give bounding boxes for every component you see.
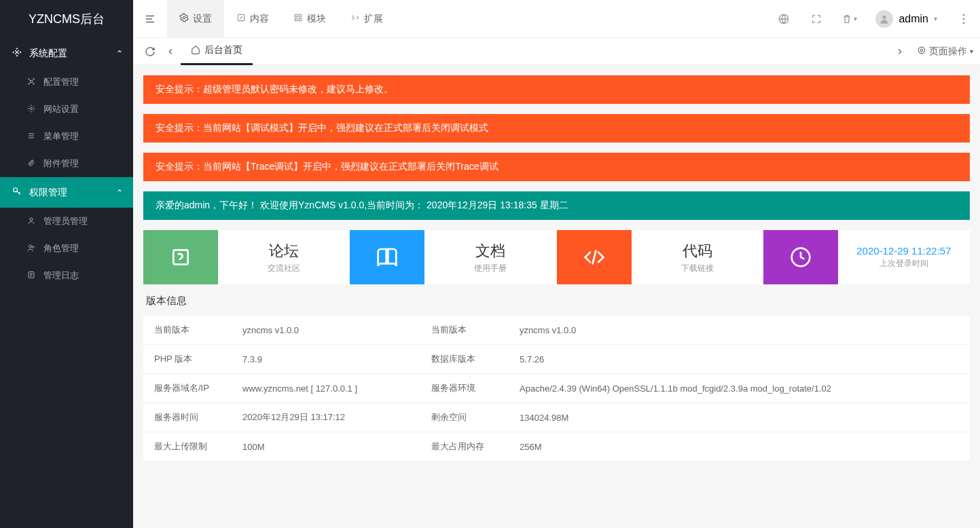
key-icon [10,187,24,198]
info-label: 服务器环境 [420,374,509,403]
header-tab-settings[interactable]: 设置 [167,0,224,38]
sidebar-item-attachment[interactable]: 附件管理 [0,150,133,177]
info-value: 100M [232,432,420,461]
info-label: 服务器时间 [143,403,232,432]
tiles-row: 论坛 交流社区 文档 使用手册 代码 下载链接 [143,230,970,284]
svg-point-22 [918,47,924,53]
sidebar-item-log[interactable]: 管理日志 [0,262,133,289]
table-row: 服务器时间 2020年12月29日 13:17:12 剩余空间 134024.9… [143,403,970,432]
sidebar-item-site[interactable]: 网站设置 [0,96,133,123]
info-label: 当前版本 [143,316,232,345]
info-label: PHP 版本 [143,345,232,374]
info-value: 5.7.26 [509,345,970,374]
sidebar-toggle[interactable] [133,0,167,38]
info-value: yzncms v1.0.0 [232,316,420,345]
caret-down-icon: ▾ [970,48,973,55]
gear-icon [179,13,189,24]
svg-point-0 [29,78,30,79]
paperclip-icon [27,159,38,169]
gear-icon [27,105,38,115]
tab-label: 模块 [307,13,326,25]
fullscreen-button[interactable] [800,0,833,38]
sidebar-item-role[interactable]: 角色管理 [0,235,133,262]
svg-point-4 [33,83,35,84]
info-label: 当前版本 [420,316,509,345]
username: admin [899,13,928,25]
info-label: 最大上传限制 [143,432,232,461]
caret-down-icon: ▾ [854,15,857,22]
tab-home[interactable]: 后台首页 [181,38,253,65]
header-tab-module[interactable]: 模块 [281,0,338,38]
sidebar: YZNCMS后台 系统配置 ⌃ 配置管理 网站设置 菜单管理 [0,0,133,528]
header-tab-content[interactable]: 内容 [224,0,281,38]
svg-rect-14 [299,14,302,17]
info-value: Apache/2.4.39 (Win64) OpenSSL/1.1.1b mod… [509,374,970,403]
header-tab-extend[interactable]: 扩展 [338,0,395,38]
tile-sub: 交流社区 [268,263,300,274]
brand-logo: YZNCMS后台 [0,0,133,38]
svg-point-20 [963,18,965,20]
content: 安全提示：超级管理员默认密码未修改，建议马上修改。 安全提示：当前网站【调试模式… [133,65,980,528]
svg-point-5 [31,107,33,109]
info-value: 7.3.9 [232,345,420,374]
info-value: 134024.98M [509,403,970,432]
nav-item-label: 管理员管理 [43,215,88,227]
nav-item-label: 管理日志 [43,269,79,282]
table-row: 最大上传限制 100M 最大占用内存 256M [143,432,970,461]
info-value: yzncms v1.0.0 [509,316,970,345]
version-info-table: 当前版本 yzncms v1.0.0 当前版本 yzncms v1.0.0 PH… [143,316,970,461]
svg-rect-2 [31,80,33,82]
extend-icon [350,13,360,24]
page-ops-label: 页面操作 [929,45,967,58]
code-icon [557,230,632,284]
svg-point-21 [963,22,965,24]
svg-point-9 [32,246,34,248]
tab-label: 内容 [250,13,269,25]
grid-icon [27,77,38,88]
users-icon [27,244,38,254]
sidebar-item-config[interactable]: 配置管理 [0,69,133,96]
sidebar-item-menu[interactable]: 菜单管理 [0,123,133,150]
info-label: 数据库版本 [420,345,509,374]
back-button[interactable] [160,38,181,65]
tile-login: 2020-12-29 11:22:57 上次登录时间 [763,230,970,284]
refresh-button[interactable] [140,38,160,65]
header: 设置 内容 模块 扩展 ▾ admin ▾ [133,0,980,38]
more-button[interactable] [947,0,980,38]
globe-button[interactable] [767,0,800,38]
nav-item-label: 网站设置 [43,103,79,115]
sidebar-group-system[interactable]: 系统配置 ⌃ [0,38,133,69]
table-row: PHP 版本 7.3.9 数据库版本 5.7.26 [143,345,970,374]
user-icon [27,216,38,227]
version-section-title: 版本信息 [143,295,970,307]
sidebar-item-admin[interactable]: 管理员管理 [0,208,133,235]
welcome-banner: 亲爱的admin，下午好！ 欢迎使用YznCMS v1.0.0,当前时间为： 2… [143,191,970,220]
caret-down-icon: ▾ [934,15,937,22]
tile-title: 论坛 [269,241,299,261]
edit-icon [236,13,246,24]
page-ops-dropdown[interactable]: 页面操作 ▾ [917,45,973,58]
avatar [875,10,893,28]
tab-label: 扩展 [364,13,383,25]
svg-point-11 [183,16,185,19]
table-row: 服务器域名/IP www.yzncms.net [ 127.0.0.1 ] 服务… [143,374,970,403]
tile-sub: 上次登录时间 [879,258,928,269]
last-login-time: 2020-12-29 11:22:57 [856,245,951,257]
user-menu[interactable]: admin ▾ [865,10,947,28]
module-icon [293,13,303,24]
tab-label: 后台首页 [204,44,242,56]
svg-point-8 [29,245,32,248]
tabbar: 后台首页 页面操作 ▾ [133,38,980,65]
trash-button[interactable]: ▾ [833,0,865,38]
tile-docs[interactable]: 文档 使用手册 [350,230,556,284]
tile-code[interactable]: 代码 下载链接 [557,230,763,284]
chevron-up-icon: ⌃ [116,188,123,197]
forward-button[interactable] [890,38,910,65]
alert-debug: 安全提示：当前网站【调试模式】开启中，强烈建议在正式部署后关闭调试模式 [143,114,970,143]
tools-icon [10,48,24,59]
log-icon [27,271,38,281]
alert-password: 安全提示：超级管理员默认密码未修改，建议马上修改。 [143,75,970,104]
tile-forum[interactable]: 论坛 交流社区 [143,230,350,284]
info-value: www.yzncms.net [ 127.0.0.1 ] [232,374,420,403]
sidebar-group-permission[interactable]: 权限管理 ⌃ [0,177,133,208]
